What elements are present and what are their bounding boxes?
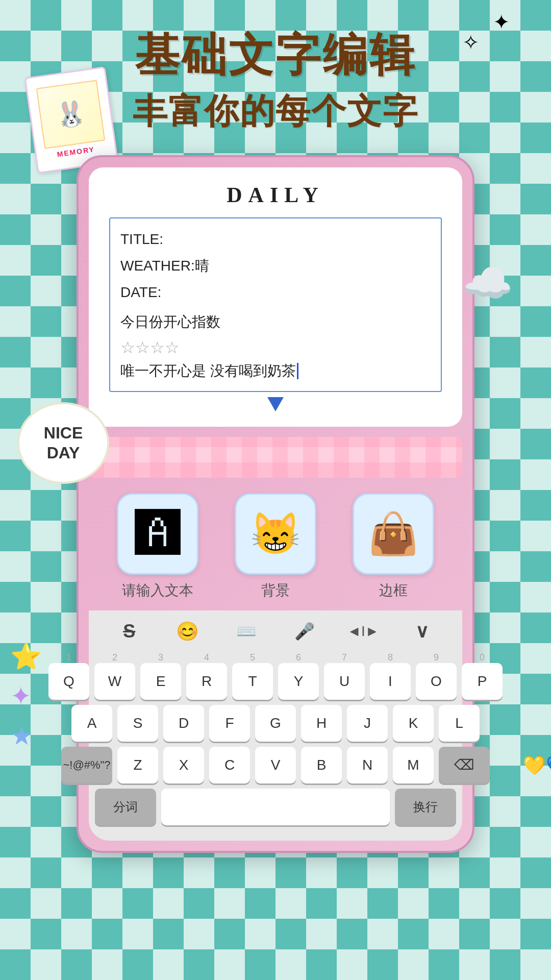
key-u[interactable]: U (324, 663, 365, 700)
note-weather-line: WEATHER:晴 (120, 255, 431, 277)
key-space[interactable] (161, 789, 390, 825)
strikethrough-tool[interactable]: S (111, 619, 147, 644)
note-happy-index: 今日份开心指数 (120, 311, 431, 333)
star-deco-1: ✦ (493, 10, 510, 34)
key-x[interactable]: X (163, 747, 204, 783)
key-d[interactable]: D (163, 705, 204, 742)
key-q[interactable]: Q (48, 663, 89, 700)
collapse-tool[interactable]: ∨ (404, 619, 440, 644)
key-r[interactable]: R (186, 663, 227, 700)
key-w[interactable]: W (94, 663, 135, 700)
key-s[interactable]: S (117, 705, 158, 742)
key-y[interactable]: Y (278, 663, 319, 700)
asdf-row: A S D F G H J K L (95, 705, 456, 742)
key-o[interactable]: O (416, 663, 457, 700)
key-g[interactable]: G (255, 705, 296, 742)
nice-day-text: NICEDAY (44, 423, 83, 462)
zxcv-row: ~!@#%"? Z X C V B N M ⌫ (95, 747, 456, 783)
border-icon-box: 👜 (353, 493, 434, 575)
keyboard-area: S 😊 ⌨️ 🎤 ◄I► ∨ 1 Q 2 W 3 E (89, 610, 462, 841)
key-h[interactable]: H (301, 705, 342, 742)
key-n[interactable]: N (347, 747, 388, 783)
nice-day-bubble: NICEDAY (17, 402, 109, 484)
key-c[interactable]: C (209, 747, 250, 783)
key-return[interactable]: 换行 (395, 789, 456, 825)
memory-card-image: 🐰 (36, 80, 106, 149)
note-title-line: TITLE: (120, 229, 431, 250)
memory-label: MEMORY (57, 145, 95, 158)
star-blue: ★ (10, 721, 42, 751)
main-title: 基础文字编辑 (135, 31, 416, 80)
note-stars: ☆☆☆☆ (120, 338, 431, 357)
qwerty-row: 1 Q 2 W 3 E 4 R 5 T (95, 652, 456, 700)
star-deco-2: ✧ (462, 31, 480, 54)
sub-title: 丰富你的每个文字 (133, 88, 418, 135)
key-special-left-symbols[interactable]: ~!@#%"? (61, 747, 112, 783)
keyboard-tool[interactable]: ⌨️ (229, 619, 264, 644)
key-i[interactable]: I (370, 663, 411, 700)
key-v[interactable]: V (255, 747, 296, 783)
key-m[interactable]: M (393, 747, 434, 783)
border-button[interactable]: 👜 边框 (353, 493, 434, 600)
key-delete[interactable]: ⌫ (439, 747, 490, 783)
hearts-decoration: 💛💙💗 (523, 755, 551, 776)
key-t[interactable]: T (232, 663, 273, 700)
star-purple: ✦ (10, 681, 42, 711)
daily-title: DAILY (109, 183, 442, 207)
background-icon-box: 😸 (235, 493, 316, 575)
stars-left-decoration: ⭐ ✦ ★ (10, 642, 42, 751)
key-fenci[interactable]: 分词 (95, 789, 156, 825)
key-j[interactable]: J (347, 705, 388, 742)
key-e[interactable]: E (140, 663, 181, 700)
text-input-label: 请输入文本 (122, 581, 193, 600)
text-input-button[interactable]: 🅰 请输入文本 (117, 493, 198, 600)
note-last-line: 唯一不开心是 没有喝到奶茶 (120, 361, 431, 381)
background-button[interactable]: 😸 背景 (235, 493, 316, 600)
cursor-move-tool[interactable]: ◄I► (345, 619, 381, 644)
keyboard-toolbar: S 😊 ⌨️ 🎤 ◄I► ∨ (95, 619, 456, 644)
emoji-tool[interactable]: 😊 (170, 619, 206, 644)
key-a[interactable]: A (71, 705, 112, 742)
daily-note-area: DAILY TITLE: WEATHER:晴 DATE: 今日份开心指数 ☆☆☆… (89, 167, 462, 427)
cloud-decoration: ☁️ (462, 259, 513, 307)
key-k[interactable]: K (393, 705, 434, 742)
key-l[interactable]: L (439, 705, 480, 742)
phone-mockup: ☁️ NICEDAY DAILY TITLE: WEATHER:晴 DATE: … (77, 155, 474, 853)
icon-buttons-row: 🅰 请输入文本 😸 背景 👜 边框 (89, 488, 462, 610)
note-date-line: DATE: (120, 282, 431, 303)
key-f[interactable]: F (209, 705, 250, 742)
star-yellow: ⭐ (10, 642, 42, 671)
cursor-handle (267, 397, 284, 411)
microphone-tool[interactable]: 🎤 (287, 619, 322, 644)
text-icon-box: 🅰 (117, 493, 198, 575)
bottom-row: 分词 换行 (95, 789, 456, 825)
note-text-area[interactable]: TITLE: WEATHER:晴 DATE: 今日份开心指数 ☆☆☆☆ 唯一不开… (109, 217, 442, 392)
gingham-area (89, 437, 462, 478)
icecream-decoration: 🍦 (547, 648, 551, 704)
key-z[interactable]: Z (117, 747, 158, 783)
key-p[interactable]: P (462, 663, 503, 700)
key-b[interactable]: B (301, 747, 342, 783)
border-label: 边框 (379, 581, 408, 600)
background-label: 背景 (261, 581, 290, 600)
